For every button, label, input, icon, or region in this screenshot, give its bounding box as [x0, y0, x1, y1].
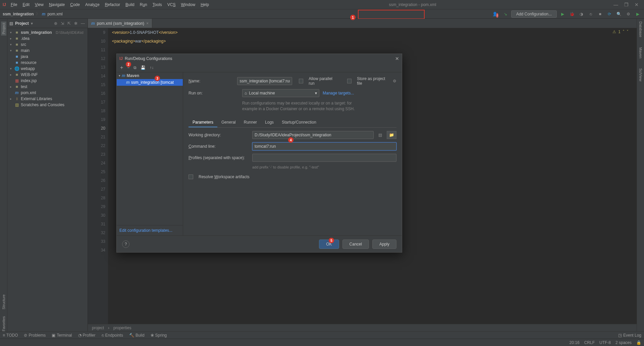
save-config-icon[interactable]: 💾	[140, 65, 146, 71]
tree-java[interactable]: ■java	[7, 54, 88, 60]
update-icon[interactable]: ⟳	[606, 10, 613, 18]
close-tab-icon[interactable]: ×	[146, 21, 149, 26]
stop-icon[interactable]: ■	[596, 10, 604, 18]
bt-spring[interactable]: ❀ Spring	[151, 333, 167, 338]
menu-vcs[interactable]: VCS	[165, 1, 178, 8]
store-project-checkbox[interactable]	[347, 79, 352, 83]
gear-icon[interactable]: ⚙	[393, 79, 396, 83]
tree-scratches[interactable]: ▧Scratches and Consoles	[7, 102, 88, 108]
add-configuration-button[interactable]: Add Configuration...	[511, 10, 557, 18]
run-icon[interactable]: ▶	[559, 10, 566, 18]
project-tree[interactable]: ▾■ssm_integration D:\Study\IDEA\id ▸■.id…	[7, 28, 88, 331]
tree-external-libs[interactable]: ▸⫴External Libraries	[7, 96, 88, 102]
run-on-select[interactable]: ⌂Local machine▾	[242, 89, 319, 97]
coverage-icon[interactable]: ◑	[578, 10, 585, 18]
xml-crumb-2[interactable]: properties	[113, 326, 131, 330]
execute-icon[interactable]: ▶	[634, 10, 641, 18]
expand-icon[interactable]: ⇲	[60, 20, 65, 26]
hammer-build-icon[interactable]: ↘	[502, 10, 509, 18]
tree-idea[interactable]: ▸■.idea	[7, 36, 88, 42]
gear-icon[interactable]: ✻	[73, 20, 78, 26]
status-pos[interactable]: 20:16	[570, 340, 580, 345]
tree-test[interactable]: ▸■test	[7, 84, 88, 90]
tree-indexjsp[interactable]: ▦index.jsp	[7, 78, 88, 84]
status-lock-icon[interactable]: 🔒	[636, 340, 641, 345]
resolve-workspace-checkbox[interactable]	[189, 175, 193, 179]
tool-structure[interactable]: Structure	[2, 294, 6, 309]
status-enc[interactable]: UTF-8	[599, 340, 611, 345]
tool-database[interactable]: Database	[639, 21, 643, 37]
folder-icon[interactable]: ▤	[377, 131, 383, 139]
close-icon[interactable]: ✕	[635, 2, 639, 7]
status-indent[interactable]: 2 spaces	[615, 340, 632, 345]
attach-icon[interactable]: ⎋	[587, 10, 594, 18]
bt-todo[interactable]: ≡ TODO	[3, 333, 18, 338]
settings-icon[interactable]: ⚙	[625, 10, 632, 18]
tab-parameters[interactable]: Parameters	[189, 118, 217, 127]
tree-webapp[interactable]: ▾🌐webapp	[7, 66, 88, 72]
tool-maven[interactable]: Maven	[639, 47, 643, 58]
edit-templates-link[interactable]: Edit configuration templates...	[117, 225, 183, 235]
tab-startup[interactable]: Startup/Connection	[278, 118, 320, 127]
menu-navigate[interactable]: Navigate	[46, 1, 67, 8]
user-icon[interactable]: 👤!	[492, 10, 500, 18]
copy-config-icon[interactable]: ⧉	[133, 65, 137, 71]
chevron-down-icon[interactable]: ˅	[627, 29, 629, 34]
move-up-icon[interactable]: ↑↓	[149, 65, 154, 71]
menu-analyze[interactable]: Analyze	[83, 1, 102, 8]
conf-maven-group[interactable]: ▾mMaven	[117, 72, 183, 79]
editor-warnings[interactable]: ⚠1 ˄ ˅	[612, 29, 629, 34]
maximize-icon[interactable]: ❐	[624, 2, 629, 7]
editor-tab-pom[interactable]: m pom.xml (ssm_integration) ×	[88, 19, 152, 28]
tree-webinf[interactable]: ▸■WEB-INF	[7, 72, 88, 78]
add-config-icon[interactable]: +	[119, 64, 124, 71]
tree-pom[interactable]: mpom.xml	[7, 90, 88, 96]
manage-targets-link[interactable]: Manage targets...	[323, 91, 354, 95]
tree-src[interactable]: ▾■src	[7, 42, 88, 48]
menu-file[interactable]: File	[8, 1, 20, 8]
menu-build[interactable]: Build	[123, 1, 137, 8]
xml-crumb-1[interactable]: project	[92, 326, 104, 330]
menu-refactor[interactable]: Refactor	[102, 1, 123, 8]
project-panel-title[interactable]: Project	[15, 21, 29, 26]
menu-view[interactable]: View	[32, 1, 46, 8]
tab-general[interactable]: General	[217, 118, 240, 127]
conf-item-selected[interactable]: mssm_integration [tomcat	[117, 79, 183, 86]
menu-run[interactable]: Run	[137, 1, 150, 8]
allow-parallel-checkbox[interactable]	[299, 79, 303, 83]
name-input[interactable]	[237, 77, 292, 85]
debug-icon[interactable]: 🐞	[568, 10, 576, 18]
tree-resource[interactable]: ■resource	[7, 60, 88, 66]
tree-root[interactable]: ▾■ssm_integration D:\Study\IDEA\id	[7, 29, 88, 36]
locate-icon[interactable]: ⊕	[53, 20, 58, 26]
menu-tools[interactable]: Tools	[150, 1, 165, 8]
tool-favorites[interactable]: Favorites	[2, 316, 6, 331]
profiles-input[interactable]	[252, 154, 396, 162]
command-line-input[interactable]	[252, 142, 396, 150]
chevron-down-icon[interactable]: ▾	[31, 21, 33, 26]
apply-button[interactable]: Apply	[372, 239, 396, 249]
folder-browse-icon[interactable]: 📁	[387, 131, 396, 139]
hide-icon[interactable]: ―	[80, 20, 86, 26]
help-icon[interactable]: ?	[122, 240, 129, 248]
cancel-button[interactable]: Cancel	[342, 239, 369, 249]
bt-profiler[interactable]: ◔ Profiler	[78, 333, 96, 338]
tool-sciview[interactable]: SciView	[639, 68, 643, 81]
working-dir-input[interactable]	[252, 131, 374, 139]
chevron-up-icon[interactable]: ˄	[623, 29, 625, 34]
tab-runner[interactable]: Runner	[240, 118, 261, 127]
menu-code[interactable]: Code	[67, 1, 83, 8]
breadcrumb-file[interactable]: pom.xml	[47, 12, 62, 16]
minimize-icon[interactable]: ―	[613, 2, 618, 7]
search-icon[interactable]: 🔍	[615, 10, 623, 18]
breadcrumb-project[interactable]: ssm_integration	[3, 12, 34, 16]
menu-help[interactable]: Help	[198, 1, 212, 8]
bt-build[interactable]: 🔨 Build	[129, 333, 145, 338]
collapse-icon[interactable]: ⇱	[67, 20, 71, 26]
bt-terminal[interactable]: ▣ Terminal	[52, 333, 72, 338]
tab-logs[interactable]: Logs	[261, 118, 278, 127]
dialog-close-icon[interactable]: ✕	[395, 56, 399, 61]
bt-eventlog[interactable]: ◳ Event Log	[618, 333, 641, 338]
bt-endpoints[interactable]: ⎋ Endpoints	[102, 333, 123, 338]
menu-edit[interactable]: Edit	[20, 1, 32, 8]
